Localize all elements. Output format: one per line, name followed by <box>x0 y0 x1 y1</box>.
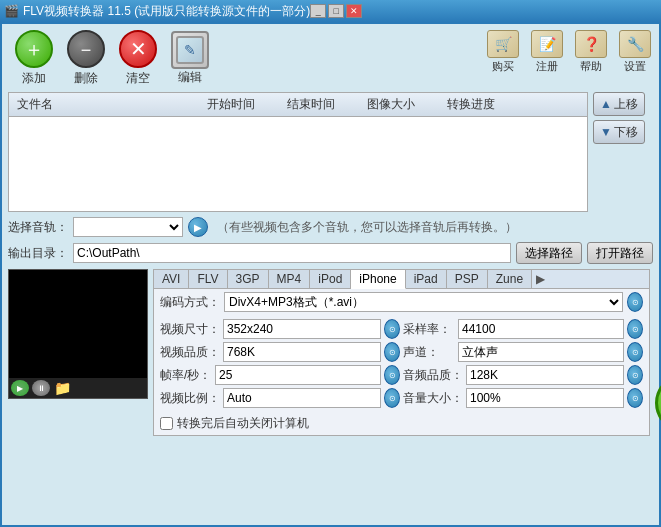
delete-button[interactable]: － 删除 <box>60 30 112 87</box>
move-down-label: 下移 <box>614 124 638 141</box>
edit-label: 编辑 <box>178 69 202 86</box>
preview-section: ▶ ⏸ 📁 <box>8 269 148 436</box>
help-button[interactable]: ❓ 帮助 <box>573 30 609 74</box>
shutdown-checkbox[interactable] <box>160 417 173 430</box>
settings-label: 设置 <box>624 59 646 74</box>
browse-button[interactable]: 选择路径 <box>516 242 582 264</box>
video-size-spinner[interactable]: ⊙ <box>384 319 400 339</box>
format-tab-zune[interactable]: Zune <box>488 270 532 288</box>
format-settings: AVIFLV3GPMP4iPodiPhoneiPadPSPZune▶ 编码方式：… <box>153 269 650 436</box>
open-path-button[interactable]: 打开路径 <box>587 242 653 264</box>
sample-rate-spinner[interactable]: ⊙ <box>627 319 643 339</box>
volume-spinner[interactable]: ⊙ <box>627 388 643 408</box>
settings-button[interactable]: 🔧 设置 <box>617 30 653 74</box>
convert-button[interactable]: 转换 <box>655 374 661 432</box>
settings-icon: 🔧 <box>619 30 651 58</box>
format-tabs: AVIFLV3GPMP4iPodiPhoneiPadPSPZune▶ <box>154 270 649 289</box>
move-up-label: 上移 <box>614 96 638 113</box>
play-button[interactable]: ▶ <box>11 380 29 396</box>
folder-icon: 📁 <box>54 380 71 396</box>
video-quality-row: 视频品质： ⊙ <box>160 342 400 362</box>
clear-label: 清空 <box>126 70 150 87</box>
edit-button[interactable]: ✎ 编辑 <box>164 31 216 86</box>
move-up-button[interactable]: ▲ 上移 <box>593 92 645 116</box>
video-quality-spinner[interactable]: ⊙ <box>384 342 400 362</box>
move-down-button[interactable]: ▼ 下移 <box>593 120 645 144</box>
frame-rate-spinner[interactable]: ⊙ <box>384 365 400 385</box>
pause-button[interactable]: ⏸ <box>32 380 50 396</box>
col-end-header: 结束时间 <box>283 95 363 114</box>
audio-quality-input[interactable] <box>466 365 624 385</box>
audio-channel-label: 声道： <box>403 344 455 361</box>
video-quality-label: 视频品质： <box>160 344 220 361</box>
sample-rate-input[interactable] <box>458 319 624 339</box>
audio-track-info: （有些视频包含多个音轨，您可以选择音轨后再转换。） <box>217 219 517 236</box>
aspect-ratio-row: 视频比例： ⊙ <box>160 388 400 408</box>
volume-input[interactable] <box>466 388 624 408</box>
down-arrow-icon: ▼ <box>600 125 612 139</box>
audio-quality-spinner[interactable]: ⊙ <box>627 365 643 385</box>
frame-rate-input[interactable] <box>215 365 381 385</box>
settings-grid: 视频尺寸： ⊙ 采样率： ⊙ 视频品质： ⊙ 声道： <box>154 315 649 412</box>
audio-track-select[interactable] <box>73 217 183 237</box>
encoding-row: 编码方式： DivX4+MP3格式（*.avi） ⊙ <box>154 289 649 315</box>
video-size-input[interactable] <box>223 319 381 339</box>
audio-channel-input[interactable] <box>458 342 624 362</box>
delete-label: 删除 <box>74 70 98 87</box>
clear-button[interactable]: ✕ 清空 <box>112 30 164 87</box>
format-tab-iphone[interactable]: iPhone <box>351 270 405 289</box>
audio-track-confirm-button[interactable]: ▶ <box>188 217 208 237</box>
header-area: ＋ 添加 － 删除 ✕ 清空 ✎ 编辑 🛒 <box>8 30 653 87</box>
main-toolbar: ＋ 添加 － 删除 ✕ 清空 ✎ 编辑 <box>8 30 485 87</box>
add-button[interactable]: ＋ 添加 <box>8 30 60 87</box>
audio-channel-row: 声道： ⊙ <box>403 342 643 362</box>
audio-channel-spinner[interactable]: ⊙ <box>627 342 643 362</box>
open-file-button[interactable]: 📁 <box>53 380 71 396</box>
up-arrow-icon: ▲ <box>600 97 612 111</box>
aspect-ratio-spinner[interactable]: ⊙ <box>384 388 400 408</box>
title-bar: 🎬 FLV视频转换器 11.5 (试用版只能转换源文件的一部分) _ □ ✕ <box>0 0 661 22</box>
main-window: ＋ 添加 － 删除 ✕ 清空 ✎ 编辑 🛒 <box>0 22 661 527</box>
format-tab-3gp[interactable]: 3GP <box>228 270 269 288</box>
col-size-header: 图像大小 <box>363 95 443 114</box>
file-list-section: 文件名 开始时间 结束时间 图像大小 转换进度 ▲ 上移 ▼ 下移 <box>8 92 653 212</box>
file-list-header: 文件名 开始时间 结束时间 图像大小 转换进度 <box>9 93 587 117</box>
video-size-label: 视频尺寸： <box>160 321 220 338</box>
output-dir-row: 输出目录： 选择路径 打开路径 <box>8 242 653 264</box>
preview-controls: ▶ ⏸ 📁 <box>9 378 147 398</box>
sample-rate-row: 采样率： ⊙ <box>403 319 643 339</box>
format-tab-flv[interactable]: FLV <box>189 270 227 288</box>
format-tab-psp[interactable]: PSP <box>447 270 488 288</box>
format-tab-more[interactable]: ▶ <box>532 270 549 288</box>
audio-track-row: 选择音轨： ▶ （有些视频包含多个音轨，您可以选择音轨后再转换。） <box>8 217 653 237</box>
register-button[interactable]: 📝 注册 <box>529 30 565 74</box>
file-list: 文件名 开始时间 结束时间 图像大小 转换进度 <box>8 92 588 212</box>
aspect-ratio-label: 视频比例： <box>160 390 220 407</box>
buy-icon: 🛒 <box>487 30 519 58</box>
help-icon: ❓ <box>575 30 607 58</box>
format-tab-ipod[interactable]: iPod <box>310 270 351 288</box>
format-tab-avi[interactable]: AVI <box>154 270 189 288</box>
col-filename-header: 文件名 <box>13 95 203 114</box>
output-dir-input[interactable] <box>73 243 511 263</box>
encoding-spinner[interactable]: ⊙ <box>627 292 643 312</box>
format-tab-ipad[interactable]: iPad <box>406 270 447 288</box>
format-tab-mp4[interactable]: MP4 <box>269 270 311 288</box>
close-button[interactable]: ✕ <box>346 4 362 18</box>
audio-track-label: 选择音轨： <box>8 219 68 236</box>
bottom-area: ▶ ⏸ 📁 AVIFLV3GPMP4iPodiPhoneiPadPSPZune▶… <box>8 269 653 436</box>
maximize-button[interactable]: □ <box>328 4 344 18</box>
encoding-select[interactable]: DivX4+MP3格式（*.avi） <box>224 292 623 312</box>
aspect-ratio-input[interactable] <box>223 388 381 408</box>
encoding-label: 编码方式： <box>160 294 220 311</box>
video-quality-input[interactable] <box>223 342 381 362</box>
add-label: 添加 <box>22 70 46 87</box>
add-icon: ＋ <box>15 30 53 68</box>
convert-section: 转换 <box>655 269 661 436</box>
delete-icon: － <box>67 30 105 68</box>
right-toolbar: 🛒 购买 📝 注册 ❓ 帮助 🔧 设置 <box>485 30 653 74</box>
frame-rate-row: 帧率/秒： ⊙ <box>160 365 400 385</box>
preview-video <box>9 270 147 378</box>
minimize-button[interactable]: _ <box>310 4 326 18</box>
buy-button[interactable]: 🛒 购买 <box>485 30 521 74</box>
